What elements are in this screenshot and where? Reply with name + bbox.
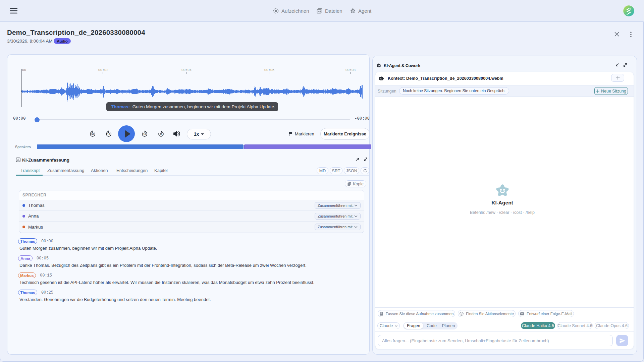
svg-text:10: 10 [107,133,110,136]
svg-text:30: 30 [91,133,94,136]
svg-text:10: 10 [143,133,146,136]
svg-text:30: 30 [160,133,162,136]
